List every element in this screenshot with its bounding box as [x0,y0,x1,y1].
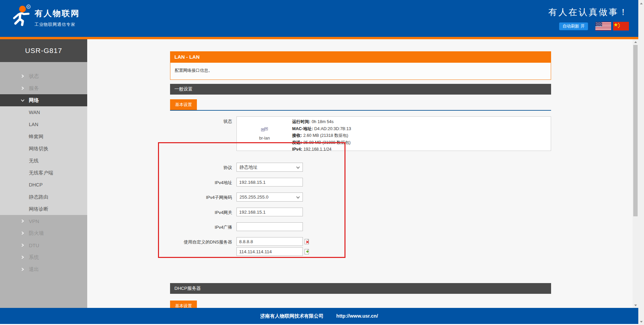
main-content: LAN - LAN 配置网络接口信息。 一般设置 基本设置 状态 [87,39,644,308]
chevron-down-icon [296,195,300,200]
usr-logo-icon: R [10,4,32,28]
footer-url-link[interactable]: http://www.usr.cn/ [336,313,378,319]
network-submenu: WAN LAN 蜂窝网 网络切换 无线 无线客户端 DHCP 静态路由 网络诊断 [0,106,87,215]
device-model-title: USR-G817 [0,39,87,62]
status-line: 接收:2.60 MB (21318 数据包) [292,132,351,139]
scrollbar-thumb[interactable] [633,45,638,216]
router-admin-page: { "theme": { "header_blue": "#0153a4", "… [0,0,644,325]
chevron-down-icon [21,98,24,102]
protocol-select[interactable]: 静态地址 [236,163,303,172]
remove-dns-icon[interactable] [304,239,310,245]
sidebar-item-cellular[interactable]: 蜂窝网 [0,130,87,143]
sidebar-item-network-switch[interactable]: 网络切换 [0,143,87,155]
add-dns-icon[interactable] [304,249,310,255]
scroll-up-icon[interactable] [633,39,638,45]
auto-refresh-toggle[interactable]: 自动刷新 开 [559,22,588,30]
general-settings-tab-row: 基本设置 [170,99,551,111]
ipv4-address-input[interactable] [236,178,303,186]
svg-text:R: R [28,5,30,8]
status-line: 发送:35.88 MB (31888 数据包) [292,139,351,146]
china-flag-icon[interactable] [613,22,629,31]
dns-server-input-2[interactable] [236,247,303,256]
header: R 有人物联网 工业物联网通信专家 有人在认真做事！ 自动刷新 开 [0,0,644,37]
chevron-right-icon [21,267,24,271]
ipv4-broadcast-label: IPv4广播 [170,222,232,231]
status-line: 运行时间:0h 18m 54s [292,118,351,125]
sidebar-item-wan[interactable]: WAN [0,106,87,118]
sidebar-item-services[interactable]: 服务 [0,82,87,94]
ipv4-gateway-label: IPv4网关 [170,208,232,216]
chevron-right-icon [21,74,24,78]
sidebar-item-diagnostics[interactable]: 网络诊断 [0,203,87,215]
dns-server-input-1[interactable] [236,237,303,246]
sidebar-item-wireless[interactable]: 无线 [0,155,87,167]
ipv4-address-label: IPv4地址 [170,178,232,186]
chevron-down-icon [296,165,300,170]
brand-title: 有人物联网 [35,8,80,19]
footer: 济南有人物联网技术有限公司 http://www.usr.cn/ [0,308,638,324]
interface-status-box: br-lan 运行时间:0h 18m 54s MAC-地址:D4:AD:20:3… [236,116,551,151]
sidebar-item-system[interactable]: 系统 [0,251,87,263]
dhcp-server-section-bar: DHCP服务器 [170,283,551,294]
us-flag-icon[interactable] [595,22,611,31]
sidebar-item-dtu[interactable]: DTU [0,239,87,251]
chevron-right-icon [21,255,24,259]
sidebar-item-static-routes[interactable]: 静态路由 [0,191,87,203]
ipv4-netmask-label: IPv4子网掩码 [170,193,232,202]
scroll-down-icon[interactable] [638,319,644,324]
sidebar-item-firewall[interactable]: 防火墙 [0,227,87,239]
protocol-label: 协议 [170,163,232,172]
footer-company: 济南有人物联网技术有限公司 [260,313,324,319]
interface-info: 运行时间:0h 18m 54s MAC-地址:D4:AD:20:3D:7B:13… [292,117,351,151]
sidebar-item-vpn[interactable]: VPN [0,215,87,227]
page-title: LAN - LAN [170,51,551,62]
ipv4-broadcast-input[interactable] [236,222,303,231]
tab-dhcp-basic-settings[interactable]: 基本设置 [170,301,197,308]
chevron-right-icon [21,243,24,247]
ipv4-gateway-input[interactable] [236,208,303,216]
slogan-text: 有人在认真做事！ [548,6,629,18]
interface-name: br-lan [259,136,270,141]
scroll-up-icon[interactable] [638,1,644,6]
status-line: MAC-地址:D4:AD:20:3D:7B:13 [292,125,351,132]
brand-subtitle: 工业物联网通信专家 [35,22,80,28]
status-line: IPv4:192.168.1.1/24 [292,146,351,153]
sidebar-item-logout[interactable]: 退出 [0,263,87,275]
sidebar-item-lan[interactable]: LAN [0,118,87,130]
sidebar-item-wireless-client[interactable]: 无线客户端 [0,167,87,179]
page-description: 配置网络接口信息。 [170,62,551,80]
tab-basic-settings[interactable]: 基本设置 [170,99,197,110]
chevron-right-icon [21,231,24,235]
interface-form: 状态 br-lan [170,116,551,257]
scroll-down-icon[interactable] [633,303,638,308]
chevron-right-icon [21,219,24,223]
custom-dns-label: 使用自定义的DNS服务器 [170,237,232,257]
chevron-right-icon [21,86,24,90]
page-scrollbar[interactable] [638,0,644,325]
sidebar: USR-G817 状态 服务 网络 WAN LAN 蜂窝网 网络切换 无线 无线… [0,39,87,308]
sidebar-item-network[interactable]: 网络 [0,94,87,106]
general-settings-section-bar: 一般设置 [170,84,551,95]
header-accent-strip [0,37,638,39]
ipv4-netmask-select[interactable]: 255.255.255.0 [236,193,303,202]
content-scrollbar[interactable] [633,39,638,308]
sidebar-item-dhcp[interactable]: DHCP [0,179,87,191]
status-label: 状态 [170,116,232,151]
sidebar-item-status[interactable]: 状态 [0,70,87,82]
bridge-interface-icon [261,127,269,134]
brand-block: 有人物联网 工业物联网通信专家 [35,8,80,28]
